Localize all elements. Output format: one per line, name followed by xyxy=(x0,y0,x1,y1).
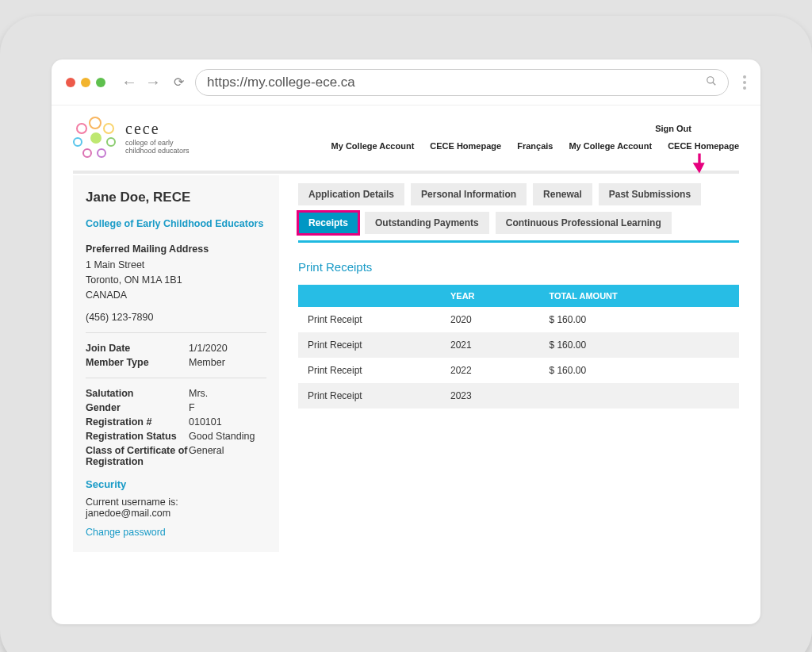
main-panel: Application DetailsPersonal InformationR… xyxy=(279,175,739,552)
tabs-row: Application DetailsPersonal InformationR… xyxy=(298,183,739,243)
tab-outstanding-payments[interactable]: Outstanding Payments xyxy=(365,212,489,234)
join-date-label: Join Date xyxy=(86,343,189,354)
search-icon xyxy=(706,75,717,89)
salutation-value: Mrs. xyxy=(189,388,266,399)
minimize-window-icon[interactable] xyxy=(81,78,90,87)
salutation-label: Salutation xyxy=(86,388,189,399)
logo[interactable]: cece college of early childhood educator… xyxy=(73,115,197,159)
section-title: Print Receipts xyxy=(298,260,739,274)
reload-button[interactable]: ⟳ xyxy=(174,75,184,90)
col-empty xyxy=(298,285,441,307)
print-receipt-link[interactable]: Print Receipt xyxy=(298,358,441,383)
brand-name: cece xyxy=(125,120,197,138)
window-controls xyxy=(66,78,105,87)
org-link[interactable]: College of Early Childhood Educators xyxy=(86,218,266,229)
receipts-table: YEAR TOTAL AMOUNT Print Receipt2020$ 160… xyxy=(298,285,739,408)
address-country: CANADA xyxy=(86,288,266,303)
svg-line-1 xyxy=(713,82,716,86)
class-value: General xyxy=(189,445,266,467)
topnav-link[interactable]: CECE Homepage xyxy=(430,141,501,151)
member-type-label: Member Type xyxy=(86,357,189,368)
table-row: Print Receipt2021$ 160.00 xyxy=(298,332,739,358)
header-divider xyxy=(73,171,739,174)
svg-point-0 xyxy=(707,77,714,83)
receipt-amount xyxy=(539,383,739,408)
receipt-year: 2020 xyxy=(441,307,539,332)
content-row: Jane Doe, RECE College of Early Childhoo… xyxy=(73,175,739,552)
regnum-label: Registration # xyxy=(86,416,189,428)
browser-menu-icon[interactable] xyxy=(743,75,746,90)
logo-icon xyxy=(73,115,117,159)
close-window-icon[interactable] xyxy=(66,78,75,87)
gender-value: F xyxy=(189,402,266,413)
url-text: https://my.college-ece.ca xyxy=(207,75,355,90)
table-row: Print Receipt2020$ 160.00 xyxy=(298,307,739,332)
topnav-link[interactable]: Français xyxy=(517,141,553,151)
address-line2: Toronto, ON M1A 1B1 xyxy=(86,273,266,288)
forward-button[interactable]: → xyxy=(144,73,163,91)
tab-continuous-professional-learning[interactable]: Continuous Professional Learning xyxy=(496,212,672,234)
address-block: 1 Main Street Toronto, ON M1A 1B1 CANADA xyxy=(86,258,266,302)
username-label: Current username is: xyxy=(86,497,266,508)
table-row: Print Receipt2022$ 160.00 xyxy=(298,358,739,383)
receipt-year: 2022 xyxy=(441,358,539,383)
address-line1: 1 Main Street xyxy=(86,258,266,273)
receipt-year: 2023 xyxy=(441,383,539,408)
address-heading: Preferred Mailing Address xyxy=(86,244,266,255)
print-receipt-link[interactable]: Print Receipt xyxy=(298,383,441,408)
member-sidebar: Jane Doe, RECE College of Early Childhoo… xyxy=(73,175,279,552)
site-header: cece college of early childhood educator… xyxy=(73,105,739,164)
sign-out-link[interactable]: Sign Out xyxy=(211,124,691,133)
topnav-link[interactable]: My College Account xyxy=(331,141,415,151)
browser-toolbar: ← → ⟳ https://my.college-ece.ca xyxy=(52,59,760,105)
col-total: TOTAL AMOUNT xyxy=(539,285,739,307)
device-frame: ← → ⟳ https://my.college-ece.ca xyxy=(0,16,812,652)
phone-number: (456) 123-7890 xyxy=(86,312,266,323)
receipt-amount: $ 160.00 xyxy=(539,307,739,332)
browser-window: ← → ⟳ https://my.college-ece.ca xyxy=(52,59,760,624)
brand-subtitle: college of early childhood educators xyxy=(125,140,197,155)
receipt-amount: $ 160.00 xyxy=(539,358,739,383)
highlight-arrow-icon xyxy=(691,153,707,178)
tab-application-details[interactable]: Application Details xyxy=(298,183,404,205)
top-navigation: Sign Out My College AccountCECE Homepage… xyxy=(211,124,739,151)
receipt-year: 2021 xyxy=(441,332,539,358)
tab-receipts[interactable]: Receipts xyxy=(298,212,358,234)
back-button[interactable]: ← xyxy=(120,73,139,91)
nav-arrows: ← → xyxy=(120,73,163,91)
join-date-value: 1/1/2020 xyxy=(189,343,266,354)
print-receipt-link[interactable]: Print Receipt xyxy=(298,307,441,332)
tab-personal-information[interactable]: Personal Information xyxy=(411,183,527,205)
regnum-value: 010101 xyxy=(189,416,266,428)
member-name: Jane Doe, RECE xyxy=(86,190,266,205)
print-receipt-link[interactable]: Print Receipt xyxy=(298,332,441,358)
topnav-link[interactable]: CECE Homepage xyxy=(668,141,739,151)
regstatus-value: Good Standing xyxy=(189,431,266,442)
member-type-value: Member xyxy=(189,357,266,368)
class-label: Class of Certificate of Registration xyxy=(86,445,189,467)
page-viewport: cece college of early childhood educator… xyxy=(52,105,760,624)
gender-label: Gender xyxy=(86,402,189,413)
maximize-window-icon[interactable] xyxy=(96,78,105,87)
topnav-link[interactable]: My College Account xyxy=(569,141,652,151)
col-year: YEAR xyxy=(441,285,539,307)
receipt-amount: $ 160.00 xyxy=(539,332,739,358)
tab-past-submissions[interactable]: Past Submissions xyxy=(599,183,701,205)
address-bar[interactable]: https://my.college-ece.ca xyxy=(195,69,729,96)
tab-renewal[interactable]: Renewal xyxy=(533,183,592,205)
regstatus-label: Registration Status xyxy=(86,431,189,442)
logo-text: cece college of early childhood educator… xyxy=(125,120,197,155)
change-password-link[interactable]: Change password xyxy=(86,527,266,538)
username-value: janedoe@mail.com xyxy=(86,508,266,519)
security-heading[interactable]: Security xyxy=(86,478,266,490)
table-row: Print Receipt2023 xyxy=(298,383,739,408)
